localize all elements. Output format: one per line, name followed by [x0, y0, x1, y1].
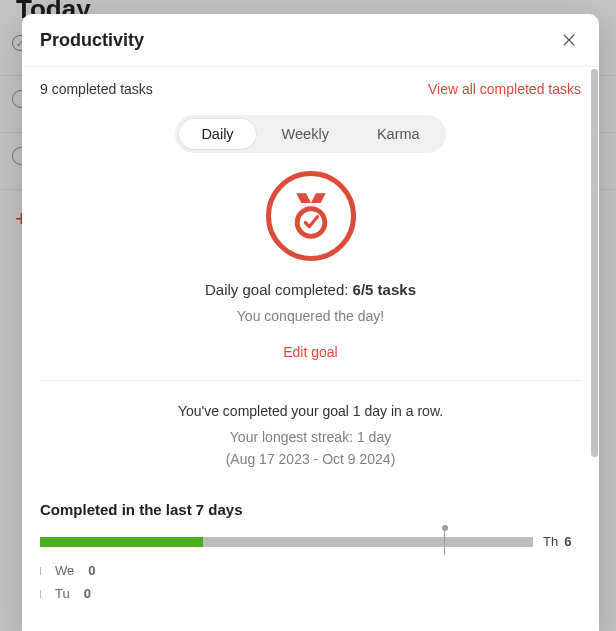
goal-prefix: Daily goal completed:: [205, 281, 353, 298]
completed-count: 9 completed tasks: [40, 81, 153, 97]
history-label: Tu: [55, 586, 70, 601]
goal-ratio: 6/5 tasks: [353, 281, 416, 298]
view-all-link[interactable]: View all completed tasks: [428, 81, 581, 97]
scrollbar-thumb[interactable]: [591, 69, 598, 457]
productivity-modal: Productivity 9 completed tasks View all …: [22, 14, 599, 631]
goal-status: Daily goal completed: 6/5 tasks: [40, 281, 581, 298]
history-row: We 0: [40, 559, 581, 582]
today-label: Th: [543, 534, 558, 549]
goal-subline: You conquered the day!: [40, 308, 581, 324]
tabs: Daily Weekly Karma: [40, 115, 581, 153]
history-label: We: [55, 563, 74, 578]
bar-fill: [40, 537, 203, 547]
medal-icon: [285, 190, 337, 242]
streak-sub: Your longest streak: 1 day: [40, 429, 581, 445]
streak-line: You've completed your goal 1 day in a ro…: [40, 403, 581, 419]
history-value: 0: [88, 563, 95, 578]
edit-goal-link[interactable]: Edit goal: [40, 344, 581, 360]
modal-body[interactable]: 9 completed tasks View all completed tas…: [22, 67, 599, 631]
divider: [40, 380, 581, 381]
today-value: 6: [564, 534, 571, 549]
tick-icon: [40, 567, 41, 575]
history-row: Tu 0: [40, 582, 581, 605]
modal-header: Productivity: [22, 14, 599, 67]
history-value: 0: [84, 586, 91, 601]
medal-graphic: [40, 171, 581, 261]
streak-range: (Aug 17 2023 - Oct 9 2024): [40, 451, 581, 467]
close-icon: [560, 31, 578, 49]
goal-marker-icon: [444, 529, 445, 555]
history-list: We 0 Tu 0: [40, 559, 581, 605]
tab-karma[interactable]: Karma: [355, 119, 442, 149]
close-button[interactable]: [557, 28, 581, 52]
scrollbar[interactable]: [590, 67, 599, 631]
chart-title: Completed in the last 7 days: [40, 501, 581, 518]
today-bar-row: Th 6: [40, 534, 581, 549]
tab-weekly[interactable]: Weekly: [260, 119, 351, 149]
tab-daily[interactable]: Daily: [179, 119, 255, 149]
bar-track: [40, 537, 533, 547]
tick-icon: [40, 590, 41, 598]
modal-title: Productivity: [40, 30, 144, 51]
